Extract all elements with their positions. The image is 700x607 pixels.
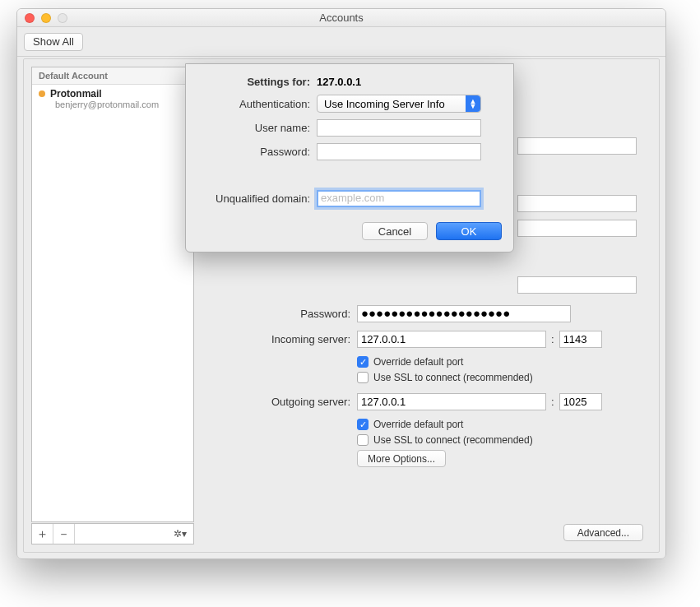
authentication-label: Authentication: bbox=[197, 98, 317, 110]
account-email: benjerry@protonmail.com bbox=[39, 100, 187, 109]
remove-account-button[interactable]: － bbox=[53, 524, 75, 544]
window-title: Accounts bbox=[319, 12, 363, 24]
authentication-select[interactable]: Use Incoming Server Info ▲▼ bbox=[317, 95, 481, 113]
sidebar-footer: ＋ － ✲▾ bbox=[31, 523, 194, 544]
outgoing-port-field[interactable] bbox=[559, 393, 602, 410]
minimize-icon[interactable] bbox=[41, 13, 51, 23]
outgoing-server-field[interactable] bbox=[357, 393, 546, 410]
placeholder-text: example.com bbox=[321, 192, 384, 204]
incoming-server-field[interactable] bbox=[357, 331, 546, 348]
password-field[interactable]: ●●●●●●●●●●●●●●●●●●●● bbox=[357, 305, 571, 322]
add-account-button[interactable]: ＋ bbox=[32, 524, 53, 544]
toolbar: Show All bbox=[17, 27, 665, 57]
account-actions-menu[interactable]: ✲▾ bbox=[167, 528, 193, 540]
incoming-port-field[interactable] bbox=[559, 331, 602, 348]
zoom-icon[interactable] bbox=[58, 13, 67, 23]
hidden-field[interactable] bbox=[517, 137, 637, 155]
authentication-value: Use Incoming Server Info bbox=[324, 98, 445, 110]
settings-for-label: Settings for: bbox=[197, 76, 317, 88]
port-separator: : bbox=[551, 333, 554, 345]
incoming-server-label: Incoming server: bbox=[205, 333, 357, 345]
incoming-use-ssl-checkbox[interactable] bbox=[357, 372, 369, 383]
window-controls bbox=[25, 13, 67, 23]
incoming-override-port-checkbox[interactable] bbox=[357, 356, 369, 368]
password-field[interactable] bbox=[317, 143, 481, 160]
cancel-button[interactable]: Cancel bbox=[362, 222, 428, 240]
incoming-use-ssl-label: Use SSL to connect (recommended) bbox=[373, 372, 533, 383]
hidden-field[interactable] bbox=[517, 195, 637, 212]
accounts-window: Accounts Show All Default Account Proton… bbox=[16, 8, 666, 559]
password-label: Password: bbox=[205, 308, 357, 320]
username-label: User name: bbox=[197, 122, 317, 134]
outgoing-override-port-label: Override default port bbox=[373, 419, 463, 430]
port-separator: : bbox=[551, 396, 554, 408]
hidden-field[interactable] bbox=[517, 220, 637, 237]
unqualified-domain-field[interactable]: example.com bbox=[317, 190, 481, 207]
outgoing-settings-sheet: Settings for: 127.0.0.1 Authentication: … bbox=[185, 63, 514, 253]
settings-for-value: 127.0.0.1 bbox=[317, 76, 361, 88]
outgoing-use-ssl-checkbox[interactable] bbox=[357, 434, 369, 446]
unqualified-domain-label: Unqualified domain: bbox=[197, 192, 317, 205]
account-list-item[interactable]: Protonmail benjerry@protonmail.com bbox=[32, 85, 193, 114]
close-icon[interactable] bbox=[25, 13, 35, 23]
chevron-updown-icon: ▲▼ bbox=[466, 95, 480, 112]
more-options-button[interactable]: More Options... bbox=[357, 450, 446, 467]
hidden-field[interactable] bbox=[517, 276, 637, 294]
username-field[interactable] bbox=[317, 119, 481, 137]
gear-icon: ✲▾ bbox=[174, 528, 187, 540]
password-label: Password: bbox=[197, 146, 317, 158]
outgoing-override-port-checkbox[interactable] bbox=[357, 419, 369, 430]
advanced-button[interactable]: Advanced... bbox=[563, 524, 643, 541]
outgoing-server-label: Outgoing server: bbox=[205, 396, 357, 408]
incoming-override-port-label: Override default port bbox=[373, 356, 463, 368]
status-dot-icon bbox=[39, 90, 45, 97]
account-name: Protonmail bbox=[50, 88, 102, 100]
show-all-button[interactable]: Show All bbox=[24, 33, 83, 51]
titlebar: Accounts bbox=[17, 9, 665, 27]
sidebar-section-header: Default Account bbox=[32, 67, 193, 85]
accounts-sidebar: Default Account Protonmail benjerry@prot… bbox=[31, 67, 194, 522]
ok-button[interactable]: OK bbox=[436, 222, 502, 240]
outgoing-use-ssl-label: Use SSL to connect (recommended) bbox=[373, 434, 533, 446]
